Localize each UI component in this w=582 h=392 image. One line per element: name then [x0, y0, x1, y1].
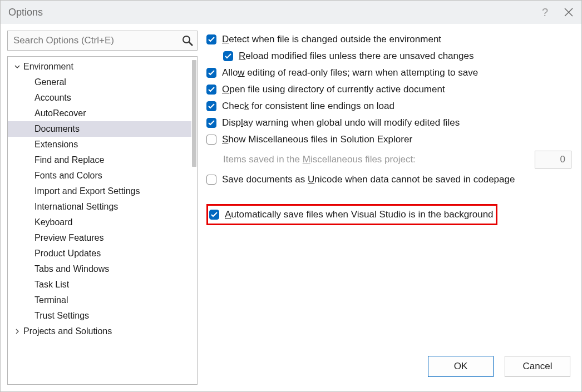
tree-node-fonts-and-colors[interactable]: Fonts and Colors [8, 168, 191, 183]
option-label: Allow editing of read-only files; warn w… [222, 67, 478, 78]
miscitems-label: Items saved in the Miscellaneous files p… [223, 154, 535, 165]
option-label: Reload modified files unless there are u… [239, 51, 474, 62]
option-showmisc[interactable]: Show Miscellaneous files in Solution Exp… [206, 134, 575, 145]
help-icon[interactable]: ? [542, 6, 548, 19]
checkbox-checked-icon[interactable] [223, 51, 233, 61]
tree-label: Trust Settings [34, 311, 89, 321]
tree-node-preview-features[interactable]: Preview Features [8, 230, 191, 246]
tree-node-tabs-and-windows[interactable]: Tabs and Windows [8, 261, 191, 277]
option-label: Show Miscellaneous files in Solution Exp… [222, 134, 412, 145]
checkbox-checked-icon[interactable] [206, 34, 216, 44]
cancel-button[interactable]: Cancel [505, 356, 570, 377]
dialog-body: Environment GeneralAccountsAutoRecoverDo… [1, 24, 581, 391]
tree-label: Preview Features [34, 233, 104, 243]
tree-node-keyboard[interactable]: Keyboard [8, 215, 191, 230]
option-label: Automatically save files when Visual Stu… [225, 209, 494, 220]
tree-label: Keyboard [34, 217, 73, 227]
option-label: Open file using directory of currently a… [222, 84, 445, 95]
svg-line-1 [189, 42, 193, 46]
search-input[interactable] [7, 31, 198, 51]
tree-label: Find and Replace [34, 155, 104, 165]
option-label: Save documents as Unicode when data cann… [222, 174, 515, 185]
checkbox-checked-icon[interactable] [209, 210, 219, 220]
close-icon[interactable] [564, 7, 574, 17]
tree-label: Environment [23, 62, 73, 72]
tree-label: General [34, 77, 66, 87]
tree-label: Accounts [34, 93, 71, 103]
caret-down-icon [13, 64, 21, 70]
tree-label: Product Updates [34, 249, 101, 259]
option-display[interactable]: Display warning when global undo will mo… [206, 117, 575, 128]
tree-label: Task List [34, 280, 69, 290]
tree-label: Projects and Solutions [23, 326, 112, 336]
tree-node-extensions[interactable]: Extensions [8, 137, 191, 152]
tree-label: AutoRecover [34, 108, 86, 118]
tree-label: Extensions [34, 140, 78, 150]
search-icon[interactable] [182, 35, 193, 48]
window-title: Options [8, 7, 542, 18]
svg-point-0 [183, 36, 190, 43]
tree-label: Fonts and Colors [34, 171, 102, 181]
scrollbar-thumb[interactable] [192, 60, 196, 167]
checkbox-checked-icon[interactable] [206, 68, 216, 78]
option-miscitems: Items saved in the Miscellaneous files p… [223, 151, 575, 168]
search-wrap [7, 31, 198, 51]
option-check[interactable]: Check for consistent line endings on loa… [206, 101, 575, 112]
tree-node-documents[interactable]: Documents [8, 121, 191, 137]
tree-node-find-and-replace[interactable]: Find and Replace [8, 152, 191, 168]
checkbox-checked-icon[interactable] [206, 101, 216, 111]
left-column: Environment GeneralAccountsAutoRecoverDo… [7, 31, 198, 385]
tree-node-autorecover[interactable]: AutoRecover [8, 106, 191, 121]
option-allow[interactable]: Allow editing of read-only files; warn w… [206, 67, 575, 78]
option-unicode[interactable]: Save documents as Unicode when data cann… [206, 174, 575, 185]
tree-node-product-updates[interactable]: Product Updates [8, 246, 191, 261]
checkbox-unchecked-icon[interactable] [206, 175, 216, 185]
tree-label: Documents [34, 124, 80, 134]
tree-scroll[interactable]: Environment GeneralAccountsAutoRecoverDo… [8, 57, 191, 384]
tree-node-task-list[interactable]: Task List [8, 277, 191, 292]
dialog-footer: OK Cancel [206, 353, 575, 385]
option-autosave[interactable]: Automatically save files when Visual Stu… [206, 204, 497, 225]
tree-label: International Settings [34, 202, 118, 212]
option-open[interactable]: Open file using directory of currently a… [206, 84, 575, 95]
option-label: Display warning when global undo will mo… [222, 117, 460, 128]
tree-label: Tabs and Windows [34, 264, 109, 274]
options-list: Detect when file is changed outside the … [206, 34, 575, 353]
option-reload[interactable]: Reload modified files unless there are u… [206, 51, 575, 62]
checkbox-checked-icon[interactable] [206, 118, 216, 128]
right-column: Detect when file is changed outside the … [206, 31, 575, 385]
category-tree: Environment GeneralAccountsAutoRecoverDo… [7, 56, 198, 385]
checkbox-unchecked-icon[interactable] [206, 135, 216, 145]
tree-node-projects[interactable]: Projects and Solutions [8, 324, 191, 339]
options-dialog: Options ? Environment [0, 0, 582, 392]
tree-node-import-and-export-settings[interactable]: Import and Export Settings [8, 183, 191, 199]
tree-node-terminal[interactable]: Terminal [8, 292, 191, 308]
checkbox-checked-icon[interactable] [206, 85, 216, 95]
miscitems-value[interactable]: 0 [535, 151, 571, 168]
tree-label: Terminal [34, 295, 68, 305]
ok-button[interactable]: OK [428, 356, 494, 377]
tree-node-accounts[interactable]: Accounts [8, 90, 191, 106]
titlebar: Options ? [1, 1, 581, 24]
caret-right-icon [13, 329, 21, 334]
tree-node-environment[interactable]: Environment [8, 59, 191, 75]
option-label: Detect when file is changed outside the … [222, 34, 441, 45]
tree-node-general[interactable]: General [8, 75, 191, 90]
tree-label: Import and Export Settings [34, 186, 140, 196]
option-detect[interactable]: Detect when file is changed outside the … [206, 34, 575, 45]
tree-node-international-settings[interactable]: International Settings [8, 199, 191, 215]
tree-node-trust-settings[interactable]: Trust Settings [8, 308, 191, 324]
option-label: Check for consistent line endings on loa… [222, 101, 394, 112]
